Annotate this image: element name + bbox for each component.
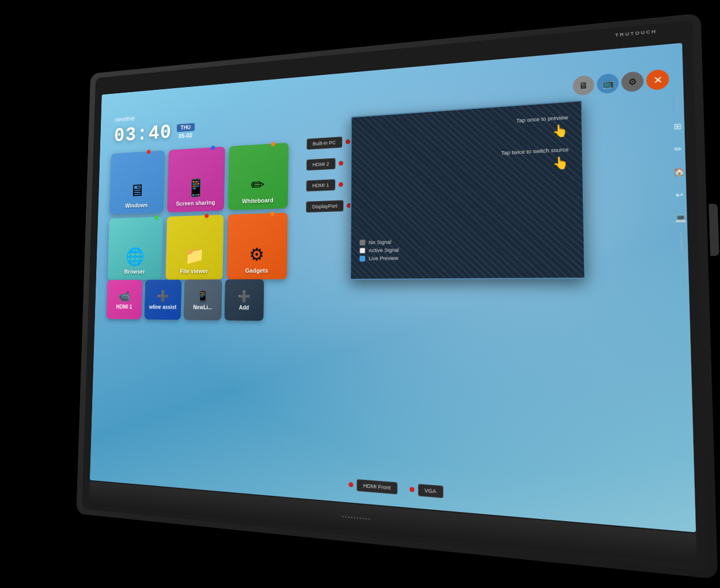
legend-dot-white	[359, 248, 365, 253]
source-hdmi2[interactable]: HDMI 2	[306, 157, 351, 170]
tile-windows[interactable]: 🖥 Windows	[109, 150, 165, 214]
tile-browser[interactable]: 🌐 Browser	[108, 217, 164, 280]
day-badge: THU	[177, 123, 195, 132]
gadgets-label: Gadgets	[245, 267, 268, 274]
tile-whiteboard[interactable]: ✏ Whiteboard	[228, 142, 289, 210]
wline-icon: ➕	[157, 289, 169, 302]
side-handle	[708, 203, 719, 256]
trutouch-brand: TRUTOUCH	[615, 28, 657, 37]
wline-label: wline assist	[149, 304, 176, 309]
legend: No Signal Active Signal Live Preview	[359, 238, 399, 261]
sd3	[348, 516, 350, 518]
legend-active-signal-label: Active Signal	[369, 247, 399, 253]
close-button[interactable]: ✕	[646, 69, 669, 90]
sd4	[351, 516, 353, 518]
sd1	[342, 515, 344, 517]
file-viewer-icon: 📁	[184, 245, 204, 265]
preview-window: Tap once to preview 👆 Tap twice to switc…	[350, 100, 585, 279]
pin-orange	[271, 142, 275, 146]
clock-area: newline 03:40 THU 05-02	[113, 109, 195, 147]
legend-active-signal: Active Signal	[359, 247, 399, 253]
sd2	[345, 515, 347, 517]
legend-dot-blue	[359, 256, 365, 261]
speaker-grill	[342, 515, 370, 520]
sidebar-home-icon[interactable]: 🏠	[669, 162, 689, 180]
sidebar-pen-icon[interactable]: ✏	[668, 139, 689, 158]
monitor-outer: TRUTOUCH newline 03:40 THU 05-02	[76, 13, 718, 579]
preview-hint-1: Tap once to preview 👆	[501, 114, 569, 141]
add-label: Add	[239, 304, 249, 310]
small-tile-hdmi1[interactable]: 📹 HDMI 1	[107, 279, 143, 319]
add-icon: ➕	[237, 289, 251, 302]
hdmi2-dot	[339, 161, 343, 165]
browser-label: Browser	[124, 268, 145, 274]
hdmi1-src-label: HDMI 1	[306, 179, 335, 191]
vga-dot	[410, 487, 414, 492]
pin-red2	[204, 213, 209, 218]
whiteboard-icon: ✏	[251, 174, 265, 195]
pin-orange2	[270, 211, 274, 216]
screen-sharing-icon: 📱	[185, 177, 206, 198]
source-vga[interactable]: VGA	[410, 483, 444, 498]
small-tile-add[interactable]: ➕ Add	[225, 279, 264, 320]
sd8	[362, 517, 364, 519]
sidebar-line-bottom	[680, 232, 681, 251]
preview-content: Tap once to preview 👆 Tap twice to switc…	[351, 101, 584, 279]
source-panel: Built-in PC HDMI 2 HDMI 1 DisplayPort	[306, 136, 352, 222]
hdmi1-dot	[338, 182, 343, 187]
date-text: 05-02	[179, 132, 192, 139]
screen-sharing-label: Screen sharing	[176, 199, 215, 207]
browser-icon: 🌐	[125, 246, 145, 266]
hdmi2-label: HDMI 2	[306, 158, 335, 170]
displayport-label: DisplayPort	[306, 200, 343, 213]
gadgets-icon: ⚙	[249, 244, 264, 265]
hdmi-front-dot	[348, 482, 353, 487]
legend-dot-gray	[359, 240, 365, 245]
hdmi1-label: HDMI 1	[116, 304, 132, 309]
tile-gadgets[interactable]: ⚙ Gadgets	[227, 213, 288, 279]
legend-live-preview: Live Preview	[359, 255, 399, 261]
sidebar-pc-icon[interactable]: 💻	[670, 208, 691, 226]
pin-red	[147, 149, 151, 154]
built-in-pc-label: Built-in PC	[306, 136, 342, 150]
sd10	[368, 518, 370, 519]
tile-file-viewer[interactable]: 📁 File viewer	[165, 214, 223, 279]
settings-button[interactable]: ⚙	[621, 71, 643, 92]
vga-label: VGA	[418, 484, 443, 498]
hint2-hand: 👆	[552, 155, 569, 170]
sd7	[359, 517, 361, 519]
app-bottom-row: 📹 HDMI 1 ➕ wline assist 📱 NewLi... ➕ Add	[107, 279, 264, 320]
tile-screen-sharing[interactable]: 📱 Screen sharing	[167, 146, 225, 212]
monitor-bezel: TRUTOUCH newline 03:40 THU 05-02	[82, 20, 708, 571]
date-box: THU 05-02	[177, 123, 195, 139]
whiteboard-label: Whiteboard	[242, 196, 274, 204]
newline-icon: 📱	[196, 289, 209, 302]
pin-blue	[211, 145, 215, 150]
sd5	[354, 517, 355, 518]
source-hdmi1[interactable]: HDMI 1	[306, 178, 352, 191]
app-grid: 🖥 Windows 📱 Screen sharing ✏ Whiteboard	[108, 142, 289, 280]
hdmi1-icon: 📹	[119, 289, 131, 302]
newline-label: NewLi...	[193, 304, 212, 310]
file-viewer-label: File viewer	[180, 267, 208, 274]
sidebar-expand-icon[interactable]: ⊞	[668, 116, 688, 135]
screen: newline 03:40 THU 05-02 🖥 📺 ⚙ ✕	[90, 43, 696, 532]
monitor-wrapper: TRUTOUCH newline 03:40 THU 05-02	[29, 29, 691, 559]
legend-no-signal-label: No Signal	[369, 239, 391, 245]
source-displayport[interactable]: DisplayPort	[306, 199, 351, 212]
windows-icon: 🖥	[129, 180, 145, 200]
sd9	[365, 518, 367, 519]
hint1-text: Tap once to preview	[516, 114, 568, 123]
small-tile-newline[interactable]: 📱 NewLi...	[184, 279, 222, 320]
sidebar-back-icon[interactable]: ↩	[669, 185, 690, 203]
small-tile-wline[interactable]: ➕ wline assist	[145, 279, 182, 320]
monitor-button[interactable]: 📺	[597, 73, 619, 94]
preview-hints: Tap once to preview 👆 Tap twice to switc…	[501, 114, 569, 172]
windows-label: Windows	[125, 202, 147, 208]
hint2-text: Tap twice to switch source	[501, 146, 569, 156]
pin-green	[154, 215, 158, 219]
built-in-pc-dot	[345, 139, 350, 144]
screen-button[interactable]: 🖥	[573, 75, 594, 96]
preview-hint-2: Tap twice to switch source 👆	[501, 146, 569, 173]
clock-time: 03:40	[113, 121, 172, 147]
